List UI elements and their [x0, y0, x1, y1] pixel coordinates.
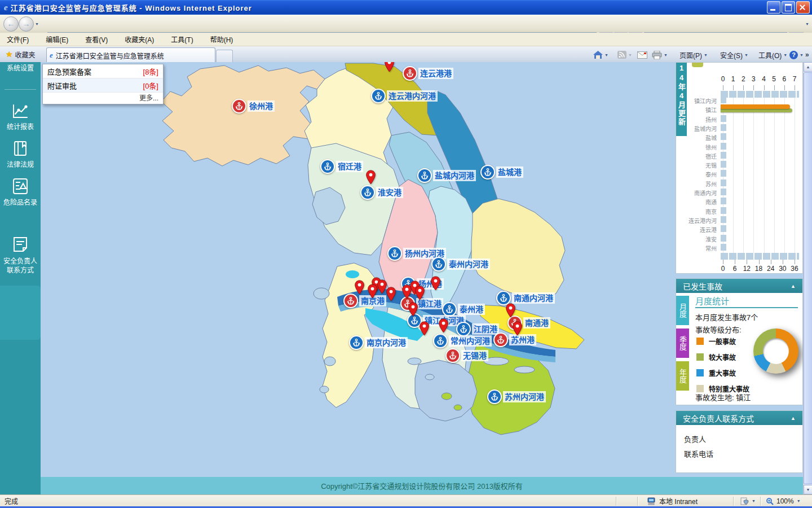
- port-marker-淮安港[interactable]: [360, 185, 375, 200]
- accident-pin[interactable]: [408, 302, 418, 317]
- chart-category-label: 徐州: [705, 143, 717, 151]
- port-marker-南京内河港[interactable]: [349, 335, 364, 350]
- port-label-江阴港: 江阴港: [472, 323, 499, 335]
- feeds-dropdown-icon[interactable]: ▼: [628, 53, 632, 57]
- copyright-text: Copyright©江苏省交通规划设计院股份有限公司 2013版权所有: [321, 480, 523, 491]
- province-map[interactable]: 连云港港连云港内河港徐州港宿迁港盐城内河港盐城港淮安港扬州内河港泰州内河港扬州港…: [41, 62, 676, 494]
- chart-tick: [753, 85, 754, 90]
- minimize-button[interactable]: [767, 1, 780, 14]
- zoom-control[interactable]: 100% ▼: [766, 495, 801, 507]
- restore-button[interactable]: [782, 1, 795, 14]
- tab-yearly[interactable]: 年度: [676, 361, 689, 391]
- port-marker-连云港港[interactable]: [403, 66, 417, 81]
- port-label-南京内河港: 南京内河港: [365, 337, 408, 348]
- scroll-up-button[interactable]: ▲: [804, 62, 812, 72]
- menu-tools[interactable]: 工具(T): [171, 34, 193, 44]
- accident-pin[interactable]: [419, 321, 430, 336]
- menu-help[interactable]: 帮助(H): [210, 34, 233, 44]
- quick-menu-more-link[interactable]: 更多...: [139, 93, 158, 102]
- accident-pin[interactable]: [354, 280, 365, 295]
- safety-menu-button[interactable]: 安全(S) ▼: [720, 49, 748, 60]
- print-button[interactable]: ▼: [652, 49, 668, 60]
- tab-new[interactable]: [216, 50, 233, 62]
- quick-menu-item-plans[interactable]: 应急预案备案 [8条]: [43, 64, 163, 78]
- home-dropdown-icon[interactable]: ▼: [604, 53, 608, 57]
- quick-menu-panel: 应急预案备案 [8条] 附证审批 [0条] 更多...: [42, 64, 164, 104]
- port-marker-盐城港[interactable]: [480, 165, 495, 179]
- port-label-徐州港: 徐州港: [248, 100, 275, 112]
- intranet-computer-icon: [647, 497, 656, 505]
- zoom-dropdown-icon[interactable]: ▼: [797, 499, 801, 503]
- tab-active[interactable]: e 江苏省港口安全监管与应急管理系统: [46, 47, 215, 63]
- anchor-icon: [323, 162, 332, 171]
- port-label-盐城港: 盐城港: [496, 167, 523, 178]
- accident-pin[interactable]: [367, 284, 378, 299]
- menu-favorites[interactable]: 收藏夹(A): [125, 34, 154, 44]
- sidebar-item-law[interactable]: 法律法规: [0, 161, 41, 169]
- port-marker-盐城内河港[interactable]: [417, 168, 432, 183]
- sidebar-item-system-settings[interactable]: 系统设置: [0, 64, 41, 73]
- read-mail-button[interactable]: [637, 49, 647, 60]
- protected-mode-button[interactable]: ▼: [740, 495, 756, 507]
- west-lake-blob: [320, 386, 329, 393]
- menu-edit[interactable]: 编辑(E): [46, 34, 68, 44]
- tab-title: 江苏省港口安全监管与应急管理系统: [56, 51, 164, 60]
- sidebar-item-contacts[interactable]: [0, 286, 41, 340]
- collapse-arrow-icon[interactable]: ▲: [791, 415, 796, 421]
- sidebar-item-statistics[interactable]: 统计报表: [0, 123, 41, 132]
- law-book-icon: [12, 140, 29, 157]
- scrollbar-thumb[interactable]: [804, 72, 812, 484]
- port-marker-宿迁港[interactable]: [320, 159, 335, 174]
- accident-pin[interactable]: [438, 318, 449, 333]
- port-marker-常州内河港[interactable]: [433, 334, 448, 348]
- port-marker-泰州内河港[interactable]: [431, 257, 446, 271]
- collapse-arrow-icon[interactable]: ▲: [791, 283, 796, 289]
- scroll-down-button[interactable]: ▼: [804, 485, 812, 494]
- port-marker-扬州内河港[interactable]: [387, 246, 402, 261]
- chart-zero-stub: [721, 216, 726, 223]
- port-label-南通港: 南通港: [523, 317, 550, 329]
- quick-menu-item-approval[interactable]: 附证审批 [0条]: [43, 78, 163, 93]
- toolbar-overflow-button[interactable]: »: [805, 49, 809, 60]
- menu-view[interactable]: 查看(V): [85, 34, 108, 44]
- anchor-icon: [483, 168, 492, 177]
- port-marker-苏州港[interactable]: [493, 332, 508, 347]
- tab-quarterly[interactable]: 季度: [676, 329, 689, 358]
- close-button[interactable]: [796, 1, 810, 14]
- port-marker-无锡港[interactable]: [445, 348, 460, 363]
- contacts-panel-header[interactable]: 安全负责人联系方式 ▲: [676, 411, 802, 425]
- favorites-button[interactable]: ★ 收藏夹: [2, 48, 39, 60]
- page-menu-button[interactable]: 页面(P) ▼: [679, 49, 708, 60]
- port-marker-南京港[interactable]: [343, 294, 358, 308]
- forward-button[interactable]: →: [19, 16, 34, 32]
- home-button[interactable]: ▼: [593, 49, 608, 60]
- accident-pin[interactable]: [512, 321, 523, 336]
- chart-zero-stub: [721, 235, 726, 242]
- help-button[interactable]: ? ▼: [789, 49, 804, 60]
- history-dropdown-icon[interactable]: ▼: [35, 22, 39, 26]
- accident-pin[interactable]: [505, 303, 516, 318]
- search-options-dropdown-icon[interactable]: ▼: [805, 22, 809, 26]
- menu-file[interactable]: 文件(F): [7, 34, 29, 44]
- accident-pin[interactable]: [386, 287, 396, 301]
- protected-mode-dropdown-icon[interactable]: ▼: [752, 499, 756, 503]
- sidebar-item-hazmat[interactable]: 危险品名录: [0, 199, 41, 207]
- accident-pin[interactable]: [384, 62, 395, 72]
- port-marker-连云港内河港[interactable]: [371, 89, 386, 103]
- port-marker-苏州内河港[interactable]: [487, 389, 502, 404]
- tools-menu-button[interactable]: 工具(O) ▼: [758, 49, 787, 60]
- tab-monthly[interactable]: 月度: [676, 296, 689, 325]
- contacts-panel-title: 安全负责人联系方式: [683, 413, 754, 424]
- back-button[interactable]: ←: [3, 16, 19, 32]
- print-dropdown-icon[interactable]: ▼: [664, 53, 668, 57]
- accident-pin[interactable]: [365, 170, 376, 185]
- accident-pin[interactable]: [414, 286, 425, 300]
- port-marker-徐州港[interactable]: [232, 99, 246, 113]
- vertical-scrollbar[interactable]: ▲ ▼: [803, 62, 812, 494]
- feeds-button[interactable]: ▼: [617, 49, 632, 60]
- chart-category-label: 淮安: [705, 235, 717, 243]
- anchor-icon: [390, 249, 399, 258]
- accident-pin[interactable]: [430, 276, 441, 291]
- port-marker-江阴港[interactable]: [456, 322, 471, 336]
- accidents-panel-header[interactable]: 已发生事故 ▲: [676, 279, 802, 293]
